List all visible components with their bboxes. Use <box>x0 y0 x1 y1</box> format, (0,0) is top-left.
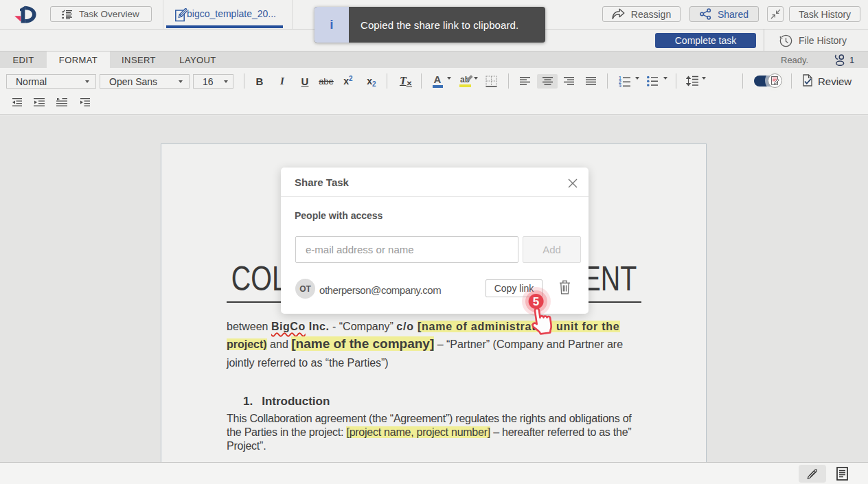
svg-text:3: 3 <box>619 83 621 87</box>
svg-text:5: 5 <box>533 295 539 308</box>
